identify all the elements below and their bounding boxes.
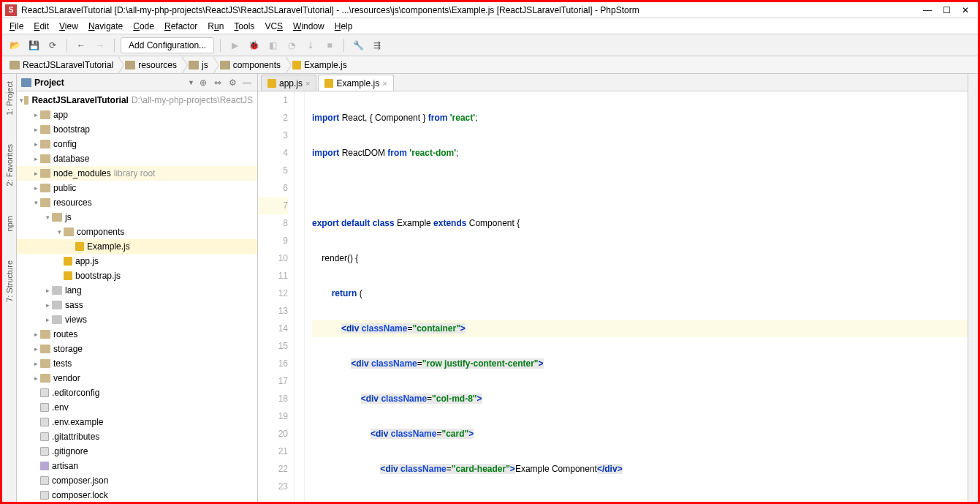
tree-folder[interactable]: ▾components	[17, 225, 257, 239]
back-icon[interactable]: ←	[73, 37, 89, 53]
tree-folder-node-modules[interactable]: ▸node_moduleslibrary root	[17, 166, 257, 181]
close-icon[interactable]: ×	[305, 79, 310, 88]
maximize-button[interactable]: ☐	[937, 5, 956, 15]
add-configuration-button[interactable]: Add Configuration...	[121, 37, 214, 53]
tree-folder[interactable]: ▸routes	[17, 327, 257, 342]
tree-file[interactable]: ▸app.js	[17, 254, 257, 268]
tree-folder[interactable]: ▸tests	[17, 356, 257, 371]
debug-icon[interactable]: 🐞	[246, 37, 262, 53]
menu-refactor[interactable]: Refactor	[160, 20, 202, 33]
main-toolbar: 📂 💾 ⟳ ← → Add Configuration... ▶ 🐞 ◧ ◔ ⤓…	[2, 34, 978, 56]
menu-navigate[interactable]: Navigate	[84, 20, 127, 33]
tree-file[interactable]: ▸.env.example	[17, 415, 257, 429]
tree-file-example[interactable]: ▸Example.js	[17, 239, 257, 254]
tool-project[interactable]: 1: Project	[5, 81, 14, 115]
folder-icon	[40, 110, 50, 119]
folder-icon	[189, 61, 199, 69]
folder-icon	[52, 315, 62, 324]
collapse-icon[interactable]: ⇔	[212, 78, 224, 88]
tree-file[interactable]: ▸artisan	[17, 459, 257, 473]
tree-root[interactable]: ▾ReactJSLaravelTutorialD:\all-my-php-pro…	[17, 93, 257, 108]
wrench-icon[interactable]: 🔧	[350, 37, 366, 53]
minimize-button[interactable]: —	[918, 5, 937, 15]
title-bar: S ReactJSLaravelTutorial [D:\all-my-php-…	[2, 2, 978, 18]
menu-tools[interactable]: Tools	[229, 20, 259, 33]
menu-run[interactable]: Run	[203, 20, 228, 33]
tool-structure[interactable]: 7: Structure	[5, 260, 14, 302]
fold-column[interactable]	[295, 91, 305, 502]
menu-edit[interactable]: Edit	[29, 20, 53, 33]
attach-icon[interactable]: ⤓	[303, 37, 319, 53]
gear-icon[interactable]: ⚙	[227, 78, 238, 88]
tool-npm[interactable]: npm	[5, 216, 14, 231]
tree-file[interactable]: ▸.gitattributes	[17, 429, 257, 444]
breadcrumb-item[interactable]: Example.js	[285, 56, 352, 73]
project-icon	[21, 78, 31, 87]
php-file-icon	[40, 462, 49, 470]
tool-favorites[interactable]: 2: Favorites	[5, 144, 14, 186]
tab-examplejs[interactable]: Example.js×	[318, 75, 393, 91]
tree-folder[interactable]: ▸lang	[17, 283, 257, 298]
breadcrumb-item[interactable]: resources	[118, 56, 181, 73]
file-icon	[40, 432, 49, 441]
tree-folder[interactable]: ▸config	[17, 137, 257, 151]
project-tree[interactable]: ▾ReactJSLaravelTutorialD:\all-my-php-pro…	[17, 91, 257, 502]
tree-folder[interactable]: ▸storage	[17, 342, 257, 356]
line-gutter: 1234567891011121314151617181920212223	[258, 91, 295, 502]
run-icon[interactable]: ▶	[227, 37, 243, 53]
tree-file[interactable]: ▸.editorconfig	[17, 385, 257, 400]
tree-file[interactable]: ▸bootstrap.js	[17, 268, 257, 283]
hide-icon[interactable]: —	[241, 78, 253, 88]
menu-window[interactable]: Window	[289, 20, 329, 33]
folder-icon	[10, 61, 20, 69]
menu-help[interactable]: Help	[330, 20, 357, 33]
tree-folder[interactable]: ▸public	[17, 181, 257, 195]
code-area[interactable]: 1234567891011121314151617181920212223 im…	[258, 91, 968, 502]
stop-icon[interactable]: ■	[322, 37, 338, 53]
folder-icon	[24, 96, 29, 105]
menu-bar: File Edit View Navigate Code Refactor Ru…	[2, 18, 978, 34]
dropdown-icon[interactable]: ▼	[188, 79, 194, 86]
tree-folder[interactable]: ▸database	[17, 151, 257, 166]
separator	[220, 39, 221, 52]
breadcrumb-item[interactable]: ReactJSLaravelTutorial	[2, 56, 118, 73]
tree-file[interactable]: ▸composer.lock	[17, 488, 257, 502]
menu-file[interactable]: File	[5, 20, 28, 33]
project-panel: Project ▼ ⊕ ⇔ ⚙ — ▾ReactJSLaravelTutoria…	[17, 74, 258, 502]
tree-folder[interactable]: ▾resources	[17, 195, 257, 210]
sync-icon[interactable]: ⟳	[45, 37, 61, 53]
open-icon[interactable]: 📂	[7, 37, 23, 53]
window-title: ReactJSLaravelTutorial [D:\all-my-php-pr…	[21, 5, 918, 15]
tree-file[interactable]: ▸.env	[17, 400, 257, 415]
tree-file[interactable]: ▸composer.json	[17, 473, 257, 488]
tree-folder[interactable]: ▾js	[17, 210, 257, 225]
breadcrumb-item[interactable]: components	[213, 56, 285, 73]
json-file-icon	[40, 491, 49, 500]
coverage-icon[interactable]: ◧	[265, 37, 281, 53]
code-text[interactable]: import React, { Component } from 'react'…	[305, 91, 968, 502]
menu-vcs[interactable]: VCS	[260, 20, 287, 33]
folder-icon	[40, 154, 50, 163]
tree-folder[interactable]: ▸sass	[17, 298, 257, 312]
tree-folder[interactable]: ▸app	[17, 108, 257, 122]
save-icon[interactable]: 💾	[26, 37, 42, 53]
tree-file[interactable]: ▸.gitignore	[17, 444, 257, 459]
close-icon[interactable]: ×	[382, 79, 387, 88]
profile-icon[interactable]: ◔	[284, 37, 300, 53]
folder-icon	[40, 330, 50, 339]
folder-icon	[40, 374, 50, 383]
js-file-icon	[292, 61, 301, 69]
close-button[interactable]: ✕	[956, 5, 975, 15]
tab-appjs[interactable]: app.js×	[261, 75, 316, 91]
menu-code[interactable]: Code	[129, 20, 159, 33]
structure-icon[interactable]: ⇶	[369, 37, 385, 53]
menu-view[interactable]: View	[55, 20, 83, 33]
tree-folder[interactable]: ▸bootstrap	[17, 122, 257, 137]
tree-folder[interactable]: ▸vendor	[17, 371, 257, 385]
tree-folder[interactable]: ▸views	[17, 312, 257, 327]
folder-icon	[40, 125, 50, 134]
target-icon[interactable]: ⊕	[197, 78, 209, 88]
forward-icon[interactable]: →	[92, 37, 108, 53]
js-file-icon	[75, 242, 84, 251]
separator	[343, 39, 344, 52]
